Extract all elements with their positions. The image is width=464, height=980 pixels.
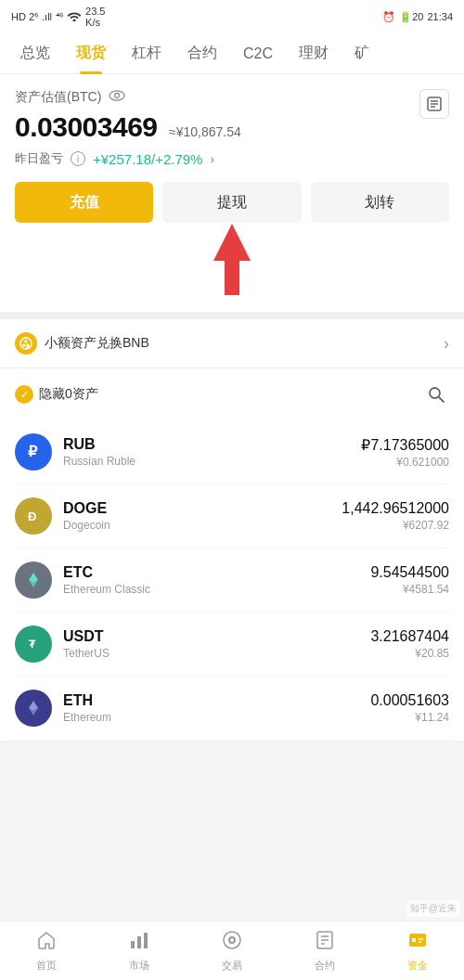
time-display: 21:34 <box>427 11 453 22</box>
rub-info: RUB Russian Ruble <box>63 436 361 468</box>
eth-info: ETH Ethereum <box>63 692 370 724</box>
eth-icon <box>15 690 52 727</box>
info-icon[interactable]: i <box>71 151 85 166</box>
usdt-cny: ¥20.85 <box>370 647 449 660</box>
doge-values: 1,442.96512000 ¥6207.92 <box>342 500 449 532</box>
coin-item-usdt[interactable]: ₮ USDT TetherUS 3.21687404 ¥20.85 <box>15 612 449 677</box>
doge-amount: 1,442.96512000 <box>342 500 449 517</box>
rub-symbol: RUB <box>63 436 361 453</box>
main-content: 资产估值(BTC) 0.03003469 ≈¥10,867.54 <box>0 74 464 312</box>
wifi-icon <box>67 10 82 23</box>
svg-line-11 <box>439 397 444 402</box>
rub-cny: ¥0.621000 <box>361 456 449 469</box>
eth-cny: ¥11.24 <box>370 711 449 724</box>
usdt-info: USDT TetherUS <box>63 628 370 660</box>
status-bar: HD 2⁶ .ıll ⁴⁶ 23.5K/s ⏰ 🔋20 21:34 <box>0 0 464 33</box>
profit-chevron[interactable]: › <box>210 152 213 166</box>
doge-symbol: DOGE <box>63 500 342 517</box>
coin-item-etc[interactable]: ETC Ethereum Classic 9.54544500 ¥4581.54 <box>15 548 449 612</box>
svg-rect-33 <box>409 934 426 947</box>
coin-item-doge[interactable]: Ð DOGE Dogecoin 1,442.96512000 ¥6207.92 <box>15 484 449 548</box>
asset-btc-row: 0.03003469 ≈¥10,867.54 <box>15 111 241 143</box>
bottom-spacer <box>0 741 464 815</box>
bottom-nav: 首页 市场 交易 <box>0 921 464 980</box>
network-indicator: HD 2⁶ <box>11 11 38 23</box>
usdt-symbol: USDT <box>63 628 370 645</box>
etc-cny: ¥4581.54 <box>370 583 449 596</box>
tab-contract[interactable]: 合约 <box>174 33 230 74</box>
nav-trade[interactable]: 交易 <box>186 924 278 978</box>
doge-name: Dogecoin <box>63 519 342 532</box>
deposit-button[interactable]: 充值 <box>15 182 153 223</box>
bnb-banner[interactable]: 小额资产兑换BNB › <box>0 319 464 368</box>
profit-value: +¥257.18/+2.79% <box>93 151 202 167</box>
svg-rect-25 <box>144 933 148 948</box>
nav-home[interactable]: 首页 <box>0 924 93 978</box>
nav-market[interactable]: 市场 <box>93 924 186 978</box>
svg-rect-23 <box>131 941 135 948</box>
nav-home-label: 首页 <box>36 959 57 973</box>
etc-icon <box>15 561 52 599</box>
battery-indicator: 🔋20 <box>399 11 423 23</box>
status-right: ⏰ 🔋20 21:34 <box>382 11 453 23</box>
nav-contract-label: 合约 <box>315 959 335 973</box>
trade-icon <box>222 930 242 956</box>
bnb-banner-chevron: › <box>444 334 449 354</box>
contract-icon <box>315 930 335 956</box>
svg-point-10 <box>430 388 440 398</box>
eye-icon[interactable] <box>109 89 125 106</box>
signal-strength: .ıll <box>42 11 52 22</box>
nav-assets-label: 资金 <box>407 959 428 973</box>
action-buttons: 充值 提现 划转 <box>15 182 449 223</box>
asset-btc-value: 0.03003469 <box>15 111 158 142</box>
rub-icon: ₽ <box>15 433 52 471</box>
coin-item-rub[interactable]: ₽ RUB Russian Ruble ₽7.17365000 ¥0.62100… <box>15 420 449 484</box>
hide-zero-label: 隐藏0资产 <box>39 386 98 403</box>
withdraw-button[interactable]: 提现 <box>162 182 301 223</box>
lte-indicator: ⁴⁶ <box>56 11 63 23</box>
asset-cny-value: ≈¥10,867.54 <box>169 124 241 139</box>
doge-info: DOGE Dogecoin <box>63 500 342 532</box>
home-icon <box>36 930 57 956</box>
check-circle-icon: ✓ <box>15 385 33 404</box>
rub-amount: ₽7.17365000 <box>361 436 449 454</box>
transfer-button[interactable]: 划转 <box>311 182 449 223</box>
tab-leverage[interactable]: 杠杆 <box>119 33 174 74</box>
alarm-icon: ⏰ <box>382 11 395 23</box>
usdt-name: TetherUS <box>63 647 370 660</box>
svg-marker-7 <box>213 224 251 261</box>
profit-row: 昨日盈亏 i +¥257.18/+2.79% › <box>15 150 449 167</box>
bnb-banner-left: 小额资产兑换BNB <box>15 332 149 355</box>
nav-tabs: 总览 现货 杠杆 合约 C2C 理财 矿 <box>0 33 464 74</box>
network-speed: 23.5K/s <box>85 6 105 28</box>
tab-overview[interactable]: 总览 <box>7 33 63 74</box>
eth-values: 0.00051603 ¥11.24 <box>370 692 449 724</box>
rub-values: ₽7.17365000 ¥0.621000 <box>361 436 449 469</box>
etc-info: ETC Ethereum Classic <box>63 564 370 596</box>
tab-spot[interactable]: 现货 <box>63 33 119 74</box>
nav-contract[interactable]: 合约 <box>278 924 371 978</box>
history-icon[interactable] <box>419 89 449 119</box>
coin-item-eth[interactable]: ETH Ethereum 0.00051603 ¥11.24 <box>15 677 449 741</box>
svg-rect-8 <box>225 258 239 295</box>
asset-header: 资产估值(BTC) 0.03003469 ≈¥10,867.54 <box>15 89 449 143</box>
eth-name: Ethereum <box>63 711 370 724</box>
usdt-icon: ₮ <box>15 625 52 663</box>
asset-list-header: ✓ 隐藏0资产 <box>15 381 449 407</box>
tab-finance[interactable]: 理财 <box>286 33 342 74</box>
assets-icon <box>407 930 428 956</box>
doge-cny: ¥6207.92 <box>342 519 449 532</box>
hide-zero-toggle[interactable]: ✓ 隐藏0资产 <box>15 385 98 404</box>
status-left: HD 2⁶ .ıll ⁴⁶ 23.5K/s <box>11 6 105 28</box>
search-button[interactable] <box>423 381 449 407</box>
svg-point-0 <box>110 91 124 100</box>
market-icon <box>129 930 149 956</box>
nav-assets[interactable]: 资金 <box>371 924 464 978</box>
rub-name: Russian Ruble <box>63 455 361 468</box>
tab-mining[interactable]: 矿 <box>342 33 382 74</box>
arrow-annotation <box>15 238 449 312</box>
svg-text:₮: ₮ <box>29 638 36 650</box>
profit-label: 昨日盈亏 <box>15 150 63 167</box>
svg-point-1 <box>115 94 120 98</box>
tab-c2c[interactable]: C2C <box>230 33 286 74</box>
